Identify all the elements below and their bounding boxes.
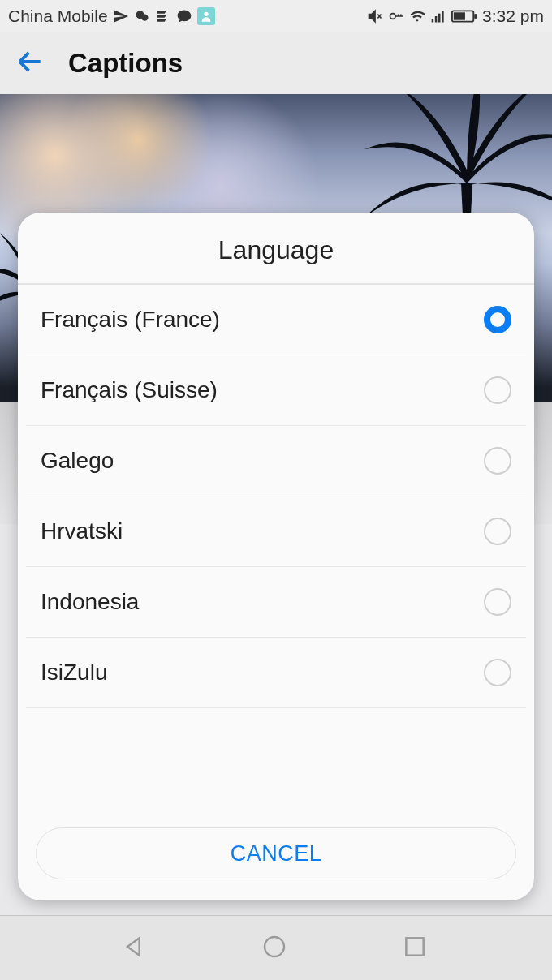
language-label: Hrvatski xyxy=(41,518,123,544)
status-right: 3:32 pm xyxy=(367,6,544,26)
radio-icon[interactable] xyxy=(484,518,511,545)
page-title: Captions xyxy=(68,48,183,79)
svg-rect-9 xyxy=(454,12,465,19)
status-bar: China Mobile 3:32 pm xyxy=(0,0,552,32)
svg-rect-10 xyxy=(474,14,477,19)
svg-point-11 xyxy=(265,937,284,956)
vpn-key-icon xyxy=(388,8,404,24)
language-list[interactable]: Français (France)Français (Suisse)Galego… xyxy=(18,285,534,811)
radio-icon[interactable] xyxy=(484,659,511,686)
cancel-button[interactable]: CANCEL xyxy=(36,827,516,879)
wifi-icon xyxy=(409,8,425,24)
nav-back-icon[interactable] xyxy=(121,934,150,963)
svg-rect-4 xyxy=(432,19,434,22)
svg-point-2 xyxy=(204,12,208,16)
language-option[interactable]: Hrvatski xyxy=(26,496,526,567)
svg-rect-6 xyxy=(438,14,441,23)
app-bar: Captions xyxy=(0,32,552,94)
svg-rect-7 xyxy=(442,11,444,22)
svg-point-3 xyxy=(390,14,396,19)
language-label: IsiZulu xyxy=(41,660,107,686)
language-label: Français (Suisse) xyxy=(41,377,218,403)
navigation-bar xyxy=(0,915,552,980)
back-arrow-icon[interactable] xyxy=(15,46,45,80)
language-option[interactable] xyxy=(26,708,526,724)
mute-icon xyxy=(367,8,383,24)
radio-icon[interactable] xyxy=(484,376,511,404)
stack-icon xyxy=(155,8,171,24)
wechat-icon xyxy=(134,8,150,24)
svg-rect-5 xyxy=(435,16,438,23)
language-option[interactable]: Galego xyxy=(26,426,526,496)
status-left: China Mobile xyxy=(8,6,215,26)
language-option[interactable]: IsiZulu xyxy=(26,638,526,708)
language-option[interactable]: Indonesia xyxy=(26,567,526,638)
battery-icon xyxy=(451,8,477,24)
language-option[interactable]: Français (France) xyxy=(26,285,526,355)
language-option[interactable]: Français (Suisse) xyxy=(26,355,526,426)
radio-icon[interactable] xyxy=(484,447,511,475)
avatar-icon xyxy=(197,7,215,25)
language-label: Indonesia xyxy=(41,589,139,615)
language-label: Français (France) xyxy=(41,307,220,333)
radio-icon[interactable] xyxy=(484,306,511,333)
radio-icon[interactable] xyxy=(484,588,511,616)
chat-icon xyxy=(176,8,192,24)
clock-label: 3:32 pm xyxy=(482,6,544,26)
dialog-footer: CANCEL xyxy=(18,811,534,900)
nav-home-icon[interactable] xyxy=(261,934,291,963)
nav-recent-icon[interactable] xyxy=(402,934,431,963)
language-dialog: Language Français (France)Français (Suis… xyxy=(18,213,534,900)
send-icon xyxy=(113,8,129,24)
language-label: Galego xyxy=(41,448,114,474)
signal-icon xyxy=(430,8,446,24)
dialog-title: Language xyxy=(18,213,534,285)
svg-point-1 xyxy=(141,15,148,21)
svg-rect-12 xyxy=(407,938,424,955)
carrier-label: China Mobile xyxy=(8,6,108,26)
